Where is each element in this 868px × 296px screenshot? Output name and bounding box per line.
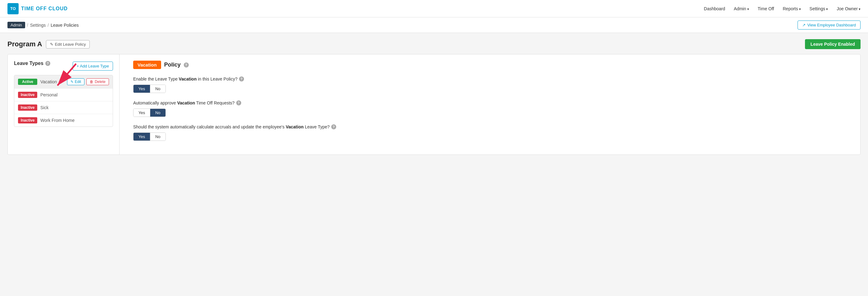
policy-header: Program A ✎ Edit Leave Policy Leave Poli… [7,39,861,49]
breadcrumb-sep: / [27,23,28,28]
vacation-policy-panel: Vacation Policy ? Enable the Leave Type … [124,54,860,155]
q1-help-icon[interactable]: ? [239,77,244,81]
vacation-policy-header: Vacation Policy ? [133,61,851,69]
leave-item-personal[interactable]: Inactive Personal [14,89,113,101]
q3-no-button[interactable]: No [150,133,165,140]
breadcrumb: Admin / Settings / Leave Policies [7,22,79,28]
breadcrumb-sep2: / [48,23,49,28]
main-content: Program A ✎ Edit Leave Policy Leave Poli… [0,33,868,161]
leave-types-panel: Leave Types ? + Add Leave Type Active Va… [8,54,120,155]
leave-actions-vacation: ✎ Edit 🗑 Delete [67,78,109,85]
vacation-policy-help-icon[interactable]: ? [184,62,189,68]
vacation-badge: Vacation [133,61,161,69]
policy-title: Program A [7,40,42,48]
edit-vacation-button[interactable]: ✎ Edit [67,78,85,85]
leave-item-sick[interactable]: Inactive Sick [14,101,113,114]
leave-policy-enabled-button[interactable]: Leave Policy Enabled [805,39,861,49]
nav-reports[interactable]: Reports [783,6,801,11]
nav-settings[interactable]: Settings [810,6,828,11]
policy-title-area: Program A ✎ Edit Leave Policy [7,40,90,49]
q2-no-button[interactable]: No [150,109,165,116]
edit-icon: ✎ [50,42,53,47]
nav-user[interactable]: Joe Owner [837,6,861,11]
leave-name-vacation: Vacation [40,79,64,84]
brand: TO TIME OFF CLOUD [7,3,68,14]
external-link-icon: ↗ [802,23,806,27]
leave-types-help-icon[interactable]: ? [45,61,50,66]
leave-name-personal: Personal [40,92,109,97]
leave-item-vacation[interactable]: Active Vacation ✎ Edit 🗑 Delete [14,75,113,89]
status-badge-vacation: Active [18,79,37,85]
delete-vacation-button[interactable]: 🗑 Delete [86,78,109,85]
breadcrumb-admin[interactable]: Admin [7,22,25,28]
question-text-3: Should the system automatically calculat… [133,124,851,129]
q1-toggle: Yes No [133,85,166,93]
nav-timeoff[interactable]: Time Off [758,6,774,11]
navbar: TO TIME OFF CLOUD Dashboard Admin Time O… [0,0,868,18]
view-employee-dashboard-button[interactable]: ↗ View Employee Dashboard [798,21,861,30]
q2-yes-button[interactable]: Yes [133,109,150,116]
policy-question-2: Automatically approve Vacation Time Off … [133,101,851,117]
leave-name-wfh: Work From Home [40,118,109,123]
edit-leave-policy-button[interactable]: ✎ Edit Leave Policy [46,40,90,49]
leave-name-sick: Sick [40,105,109,110]
trash-icon: 🗑 [90,80,93,84]
policy-subtitle: Policy [164,61,181,68]
nav-links: Dashboard Admin Time Off Reports Setting… [704,6,861,11]
add-leave-type-button[interactable]: + Add Leave Type [73,61,113,71]
question-text-1: Enable the Leave Type Vacation in this L… [133,77,851,81]
breadcrumb-settings[interactable]: Settings [30,23,46,28]
q2-toggle: Yes No [133,109,166,117]
status-badge-personal: Inactive [18,92,37,98]
q3-toggle: Yes No [133,132,166,141]
nav-admin[interactable]: Admin [734,6,749,11]
question-text-2: Automatically approve Vacation Time Off … [133,101,851,105]
policy-content: Leave Types ? + Add Leave Type Active Va… [7,54,861,155]
policy-question-3: Should the system automatically calculat… [133,124,851,141]
q1-yes-button[interactable]: Yes [133,85,150,93]
breadcrumb-current: Leave Policies [51,23,79,28]
leave-types-header: Leave Types ? + Add Leave Type [14,61,113,71]
leave-types-list: Active Vacation ✎ Edit 🗑 Delete [14,75,113,127]
brand-logo: TO [7,3,19,14]
edit-small-icon: ✎ [70,80,73,84]
policy-question-1: Enable the Leave Type Vacation in this L… [133,77,851,93]
q2-help-icon[interactable]: ? [236,101,241,105]
leave-types-title: Leave Types ? [14,61,50,66]
status-badge-wfh: Inactive [18,117,37,124]
nav-dashboard[interactable]: Dashboard [704,6,725,11]
q3-yes-button[interactable]: Yes [133,133,150,140]
brand-name: TIME OFF CLOUD [21,6,68,11]
status-badge-sick: Inactive [18,105,37,111]
q3-help-icon[interactable]: ? [331,124,336,129]
q1-no-button[interactable]: No [150,85,165,93]
leave-item-wfh[interactable]: Inactive Work From Home [14,114,113,127]
breadcrumb-bar: Admin / Settings / Leave Policies ↗ View… [0,18,868,33]
